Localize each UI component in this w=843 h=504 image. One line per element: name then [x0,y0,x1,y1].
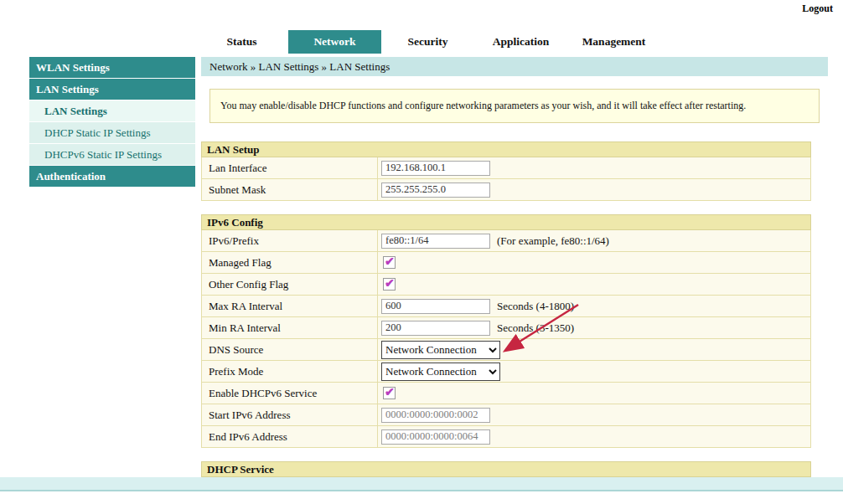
lan-interface-input[interactable] [381,161,490,176]
section-title-dhcp-service: DHCP Service [201,461,811,477]
field-label-prefix-mode: Prefix Mode [202,361,378,382]
sidebar: WLAN Settings LAN Settings LAN Settings … [29,57,195,188]
ipv6-prefix-input[interactable] [381,234,490,249]
field-label-start-ipv6-address: Start IPv6 Address [202,404,378,425]
dns-source-select[interactable]: Network Connection [381,341,500,359]
sidebar-item-authentication[interactable]: Authentication [29,166,195,187]
enable-dhcpv6-checkbox[interactable] [383,387,396,399]
ipv6-config-section: IPv6 Config IPv6/Prefix (For example, fe… [201,214,811,448]
section-title-lan-setup: LAN Setup [201,141,811,157]
sidebar-item-lan-settings[interactable]: LAN Settings [29,100,195,121]
field-label-subnet-mask: Subnet Mask [202,179,378,200]
footer-bar [0,477,843,491]
max-ra-interval-hint: Seconds (4-1800) [497,300,574,313]
managed-flag-checkbox[interactable] [383,256,396,269]
lan-setup-section: LAN Setup Lan Interface Subnet Mask [201,141,811,201]
table-row: End IPv6 Address [202,426,810,448]
sidebar-item-dhcp-static-ip[interactable]: DHCP Static IP Settings [29,122,195,143]
min-ra-interval-input[interactable] [381,321,490,336]
table-row: Managed Flag [202,252,810,274]
table-row: Enable DHCPv6 Service [202,383,810,404]
field-label-ipv6-prefix: IPv6/Prefix [202,230,378,251]
table-row: Prefix Mode Network Connection [202,361,810,383]
other-config-flag-checkbox[interactable] [383,278,396,291]
start-ipv6-address-input[interactable] [381,408,490,423]
field-label-dns-source: DNS Source [202,339,378,360]
max-ra-interval-input[interactable] [381,299,490,314]
breadcrumb: Network » LAN Settings » LAN Settings [201,57,828,76]
end-ipv6-address-input[interactable] [381,429,490,445]
tab-network[interactable]: Network [288,30,381,54]
table-row: IPv6/Prefix (For example, fe80::1/64) [202,230,810,252]
table-row: Other Config Flag [202,274,810,296]
logout-link[interactable]: Logout [802,3,833,15]
subnet-mask-input[interactable] [381,183,490,198]
table-row: DNS Source Network Connection [202,339,810,361]
tab-management[interactable]: Management [567,30,660,54]
field-label-lan-interface: Lan Interface [202,157,378,178]
table-row: Start IPv6 Address [202,404,810,426]
router-admin-page: Logout Status Network Security Applicati… [0,0,843,504]
field-label-managed-flag: Managed Flag [202,252,378,273]
table-row: Max RA Interval Seconds (4-1800) [202,296,810,317]
dhcp-service-section: DHCP Service [201,461,811,477]
tab-application[interactable]: Application [474,30,567,54]
top-nav: Status Network Security Application Mana… [195,30,660,54]
tab-status[interactable]: Status [195,30,288,54]
tab-security[interactable]: Security [381,30,474,54]
table-row: Min RA Interval Seconds (3-1350) [202,317,810,339]
sidebar-item-lan-settings-group[interactable]: LAN Settings [29,79,195,100]
main-content: Network » LAN Settings » LAN Settings Yo… [201,57,828,477]
field-label-end-ipv6-address: End IPv6 Address [202,426,378,447]
table-row: Lan Interface [202,157,810,179]
table-row: Subnet Mask [202,179,810,201]
sidebar-item-wlan-settings[interactable]: WLAN Settings [29,57,195,78]
field-label-min-ra-interval: Min RA Interval [202,317,378,338]
field-label-enable-dhcpv6: Enable DHCPv6 Service [202,383,378,404]
min-ra-interval-hint: Seconds (3-1350) [497,321,574,335]
sidebar-item-dhcpv6-static-ip[interactable]: DHCPv6 Static IP Settings [29,144,195,165]
field-label-other-config-flag: Other Config Flag [202,274,378,295]
prefix-mode-select[interactable]: Network Connection [381,363,500,381]
notice-box: You may enable/disable DHCP functions an… [209,89,820,123]
ipv6-prefix-hint: (For example, fe80::1/64) [497,234,609,248]
section-title-ipv6-config: IPv6 Config [201,214,811,230]
field-label-max-ra-interval: Max RA Interval [202,296,378,316]
